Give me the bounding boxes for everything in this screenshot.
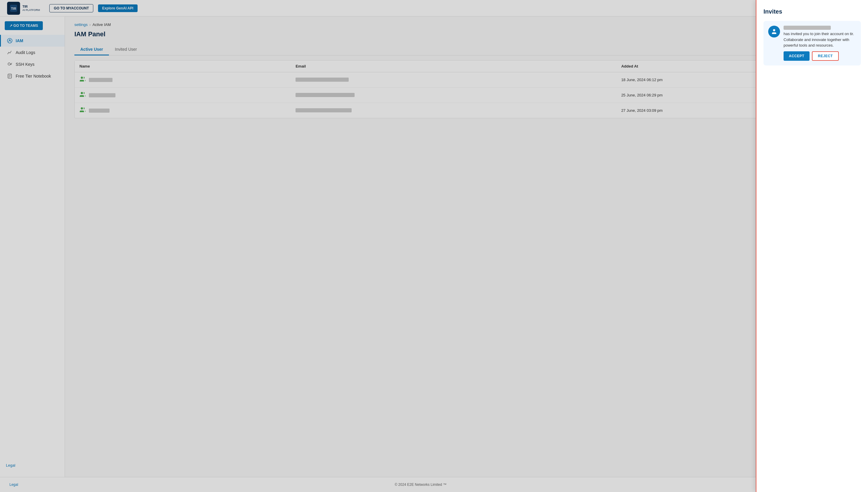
invite-message-area: has invited you to join their account on… [783,26,856,48]
invites-panel-title: Invites [764,8,861,15]
invite-action-buttons: ACCEPT REJECT [768,51,856,61]
svg-point-17 [773,29,775,31]
reject-button[interactable]: REJECT [812,51,839,61]
invite-top-section: has invited you to join their account on… [768,26,856,48]
invite-message-text: has invited you to join their account on… [783,31,856,48]
inviter-name-blurred [783,26,831,30]
invite-card: has invited you to join their account on… [764,21,861,66]
invites-panel: Invites has invited you to join their ac… [756,0,868,492]
background-overlay [0,0,868,492]
inviter-avatar [768,26,780,38]
accept-button[interactable]: ACCEPT [783,51,810,61]
